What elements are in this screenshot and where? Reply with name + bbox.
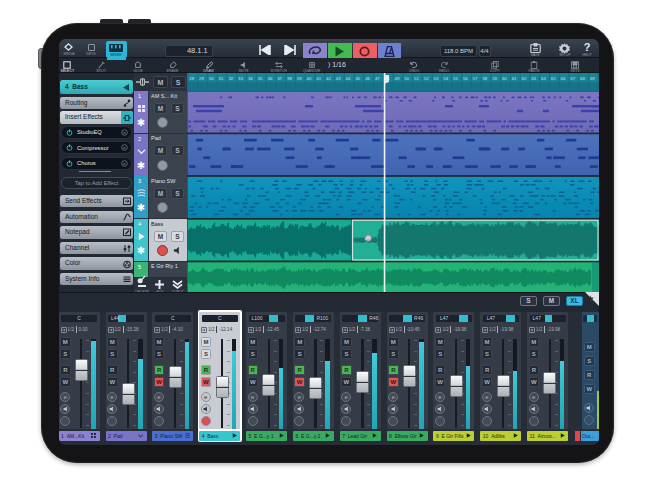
- svg-text:29: 29: [199, 76, 204, 81]
- svg-text:68: 68: [580, 76, 585, 81]
- svg-text:38: 38: [287, 76, 292, 81]
- svg-text:65: 65: [550, 76, 555, 81]
- svg-text:e: e: [123, 130, 126, 135]
- svg-text:60: 60: [501, 76, 506, 81]
- svg-text:e: e: [123, 161, 126, 166]
- svg-text:49: 49: [394, 76, 399, 81]
- svg-text:32: 32: [228, 76, 233, 81]
- svg-text:45: 45: [355, 76, 360, 81]
- svg-text:42: 42: [326, 76, 331, 81]
- svg-text:53: 53: [433, 76, 438, 81]
- svg-text:28: 28: [189, 76, 194, 81]
- svg-text:63: 63: [531, 76, 536, 81]
- svg-text:67: 67: [570, 76, 575, 81]
- svg-text:54: 54: [443, 76, 448, 81]
- svg-text:e: e: [123, 145, 126, 150]
- svg-text:34: 34: [247, 76, 252, 81]
- svg-text:33: 33: [238, 76, 243, 81]
- svg-text:40: 40: [306, 76, 311, 81]
- svg-text:59: 59: [492, 76, 497, 81]
- svg-text:37: 37: [277, 76, 282, 81]
- svg-text:47: 47: [374, 76, 379, 81]
- svg-text:55: 55: [453, 76, 458, 81]
- svg-text:50: 50: [404, 76, 409, 81]
- svg-text:52: 52: [423, 76, 428, 81]
- svg-text:41: 41: [316, 76, 321, 81]
- svg-text:46: 46: [365, 76, 370, 81]
- svg-text:43: 43: [335, 76, 340, 81]
- svg-text:69: 69: [589, 76, 594, 81]
- svg-text:51: 51: [414, 76, 419, 81]
- svg-text:56: 56: [462, 76, 467, 81]
- svg-text:61: 61: [511, 76, 516, 81]
- svg-text:66: 66: [560, 76, 565, 81]
- svg-text:44: 44: [345, 76, 350, 81]
- svg-text:39: 39: [296, 76, 301, 81]
- svg-text:58: 58: [482, 76, 487, 81]
- svg-text:64: 64: [541, 76, 546, 81]
- svg-text:57: 57: [472, 76, 477, 81]
- svg-text:62: 62: [521, 76, 526, 81]
- svg-text:35: 35: [257, 76, 262, 81]
- svg-text:31: 31: [218, 76, 223, 81]
- svg-text:36: 36: [267, 76, 272, 81]
- svg-text:30: 30: [208, 76, 213, 81]
